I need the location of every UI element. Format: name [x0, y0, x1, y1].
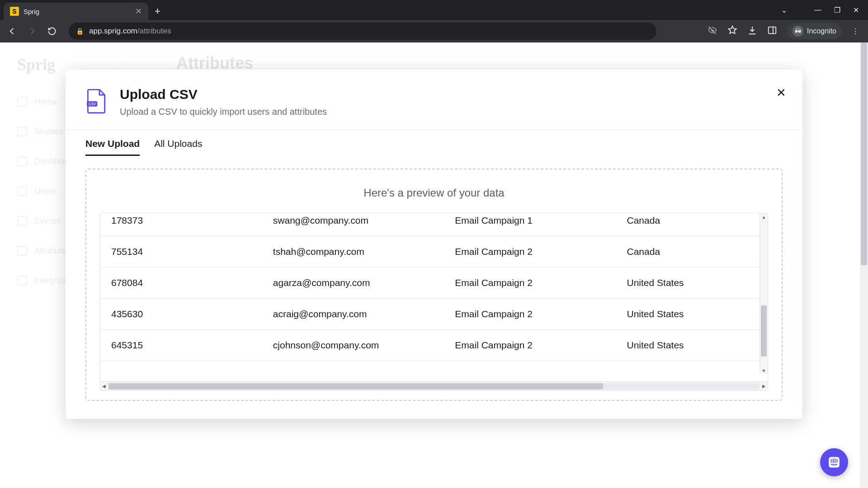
- reload-button[interactable]: [44, 23, 60, 39]
- downloads-icon[interactable]: [747, 25, 757, 37]
- horizontal-scrollbar[interactable]: ◀ ▶: [100, 381, 768, 390]
- scroll-right-icon[interactable]: ▶: [760, 384, 768, 389]
- vertical-scroll-thumb[interactable]: [761, 305, 767, 357]
- table-cell-id: 755134: [100, 236, 262, 267]
- lock-icon: 🔒: [76, 28, 84, 35]
- scroll-up-icon[interactable]: ▲: [760, 213, 768, 221]
- preview-table-scroll[interactable]: 178373swang@company.comEmail Campaign 1C…: [100, 213, 768, 381]
- table-cell-country: United States: [616, 267, 768, 299]
- table-cell-id: 645315: [100, 330, 262, 361]
- vertical-scrollbar[interactable]: ▲ ▼: [760, 213, 768, 374]
- maximize-icon[interactable]: ❐: [834, 6, 840, 14]
- table-cell-country: Canada: [616, 236, 768, 267]
- table-cell-campaign: Email Campaign 1: [444, 213, 616, 236]
- browser-tab[interactable]: S Sprig ✕: [4, 3, 148, 20]
- incognito-label: Incognito: [807, 27, 836, 35]
- svg-rect-3: [829, 457, 840, 468]
- table-cell-email: tshah@company.com: [262, 236, 444, 267]
- table-row: 178373swang@company.comEmail Campaign 1C…: [100, 213, 768, 236]
- table-row: 678084agarza@company.comEmail Campaign 2…: [100, 267, 768, 299]
- scroll-left-icon[interactable]: ◀: [100, 384, 108, 389]
- url-path: /attributes: [137, 27, 171, 35]
- tab-title: Sprig: [24, 8, 131, 15]
- preview-table-container: 178373swang@company.comEmail Campaign 1C…: [100, 213, 768, 391]
- preview-table: 178373swang@company.comEmail Campaign 1C…: [100, 213, 768, 361]
- preview-heading: Here's a preview of your data: [100, 187, 768, 199]
- scroll-down-icon[interactable]: ▼: [760, 367, 768, 374]
- table-cell-country: United States: [616, 330, 768, 361]
- close-modal-button[interactable]: ✕: [776, 86, 786, 100]
- table-cell-campaign: Email Campaign 2: [444, 299, 616, 330]
- csv-file-icon: CSV: [85, 89, 107, 114]
- table-row: 755134tshah@company.comEmail Campaign 2C…: [100, 236, 768, 267]
- close-tab-icon[interactable]: ✕: [135, 6, 142, 16]
- svg-text:CSV: CSV: [89, 102, 96, 106]
- table-cell-id: 678084: [100, 267, 262, 299]
- table-cell-campaign: Email Campaign 2: [444, 330, 616, 361]
- bookmark-star-icon[interactable]: [727, 25, 737, 37]
- table-row: 645315cjohnson@company.comEmail Campaign…: [100, 330, 768, 361]
- url-host: app.sprig.com: [89, 27, 137, 35]
- back-button[interactable]: [5, 23, 20, 39]
- tab-all-uploads[interactable]: All Uploads: [154, 138, 202, 156]
- side-panel-icon[interactable]: [767, 25, 777, 37]
- favicon: S: [10, 7, 19, 16]
- table-cell-email: cjohnson@company.com: [262, 330, 444, 361]
- table-row: 435630acraig@company.comEmail Campaign 2…: [100, 299, 768, 330]
- forward-button[interactable]: [24, 23, 40, 39]
- table-cell-email: swang@company.com: [262, 213, 444, 236]
- modal-title: Upload CSV: [120, 87, 327, 102]
- incognito-icon: 🕶: [793, 26, 803, 37]
- table-cell-id: 178373: [100, 213, 262, 236]
- table-cell-campaign: Email Campaign 2: [444, 267, 616, 299]
- eye-off-icon[interactable]: [708, 25, 717, 37]
- horizontal-scroll-thumb[interactable]: [108, 383, 603, 389]
- table-cell-country: Canada: [616, 213, 768, 236]
- address-bar[interactable]: 🔒 app.sprig.com/attributes: [69, 23, 656, 40]
- minimize-icon[interactable]: ―: [814, 6, 821, 14]
- table-cell-country: United States: [616, 299, 768, 330]
- table-cell-campaign: Email Campaign 2: [444, 236, 616, 267]
- upload-csv-modal: CSV Upload CSV Upload a CSV to quickly i…: [66, 70, 802, 419]
- kebab-menu-icon[interactable]: ⋮: [852, 27, 859, 36]
- tab-search-icon[interactable]: ⌄: [781, 6, 787, 14]
- table-cell-email: agarza@company.com: [262, 267, 444, 299]
- intercom-launcher[interactable]: [820, 448, 848, 476]
- page-vertical-scrollbar[interactable]: [860, 42, 868, 488]
- new-tab-button[interactable]: +: [148, 3, 167, 20]
- window-close-icon[interactable]: ✕: [853, 6, 859, 14]
- tab-new-upload[interactable]: New Upload: [85, 138, 140, 156]
- table-cell-id: 435630: [100, 299, 262, 330]
- preview-dropzone: Here's a preview of your data 178373swan…: [85, 169, 783, 401]
- incognito-badge[interactable]: 🕶 Incognito: [787, 23, 842, 39]
- page-scroll-thumb[interactable]: [861, 42, 867, 265]
- table-cell-email: acraig@company.com: [262, 299, 444, 330]
- svg-rect-0: [769, 27, 776, 34]
- modal-subtitle: Upload a CSV to quickly import users and…: [120, 107, 327, 117]
- modal-overlay[interactable]: CSV Upload CSV Upload a CSV to quickly i…: [0, 42, 868, 488]
